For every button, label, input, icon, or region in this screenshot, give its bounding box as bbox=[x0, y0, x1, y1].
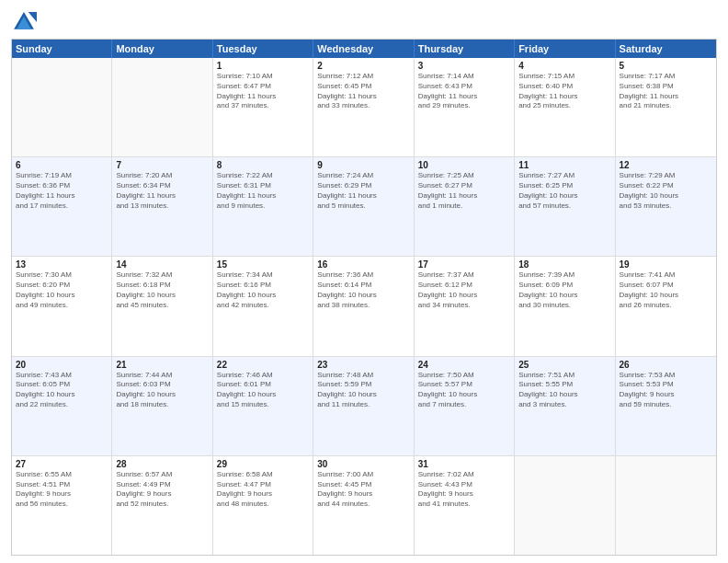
day-number-10: 10 bbox=[418, 160, 510, 170]
calendar-day-18: 18Sunrise: 7:39 AMSunset: 6:09 PMDayligh… bbox=[515, 257, 615, 355]
calendar-day-12: 12Sunrise: 7:29 AMSunset: 6:22 PMDayligh… bbox=[616, 157, 716, 256]
calendar-day-8: 8Sunrise: 7:22 AMSunset: 6:31 PMDaylight… bbox=[213, 157, 313, 256]
cell-info-line: and 25 minutes. bbox=[518, 101, 610, 111]
calendar-day-5: 5Sunrise: 7:17 AMSunset: 6:38 PMDaylight… bbox=[616, 58, 716, 156]
page: SundayMondayTuesdayWednesdayThursdayFrid… bbox=[0, 0, 728, 563]
cell-info-line: and 53 minutes. bbox=[620, 201, 712, 212]
day-number-18: 18 bbox=[518, 259, 610, 270]
cell-info-line: Sunrise: 7:43 AM bbox=[16, 371, 108, 381]
weekday-header-friday: Friday bbox=[515, 40, 615, 58]
cell-info-line: Sunrise: 7:44 AM bbox=[116, 371, 208, 381]
cell-info-line: and 21 minutes. bbox=[620, 101, 712, 111]
day-number-25: 25 bbox=[518, 360, 610, 370]
cell-info-line: and 34 minutes. bbox=[418, 301, 510, 311]
calendar-day-13: 13Sunrise: 7:30 AMSunset: 6:20 PMDayligh… bbox=[12, 257, 112, 355]
cell-info-line: Daylight: 10 hours bbox=[620, 191, 712, 201]
cell-info-line: Sunset: 6:05 PM bbox=[16, 380, 108, 390]
cell-info-line: Sunset: 6:36 PM bbox=[16, 181, 108, 191]
cell-info-line: Sunrise: 7:20 AM bbox=[116, 171, 208, 181]
cell-info-line: Daylight: 9 hours bbox=[418, 489, 510, 500]
cell-info-line: Sunrise: 7:48 AM bbox=[317, 371, 409, 381]
cell-info-line: Daylight: 10 hours bbox=[116, 291, 208, 301]
cell-info-line: Daylight: 10 hours bbox=[518, 291, 610, 301]
cell-info-line: Sunrise: 6:55 AM bbox=[16, 470, 108, 480]
cell-info-line: Sunrise: 7:22 AM bbox=[217, 171, 309, 181]
day-number-9: 9 bbox=[317, 160, 409, 170]
day-number-13: 13 bbox=[16, 259, 108, 270]
day-number-24: 24 bbox=[418, 360, 510, 370]
calendar-row-5: 27Sunrise: 6:55 AMSunset: 4:51 PMDayligh… bbox=[12, 455, 716, 555]
cell-info-line: Sunrise: 7:30 AM bbox=[16, 270, 108, 281]
cell-info-line: and 17 minutes. bbox=[16, 201, 108, 212]
calendar-empty-cell bbox=[616, 456, 716, 555]
weekday-header-thursday: Thursday bbox=[415, 40, 515, 58]
day-number-23: 23 bbox=[317, 360, 409, 370]
calendar-day-11: 11Sunrise: 7:27 AMSunset: 6:25 PMDayligh… bbox=[515, 157, 615, 256]
cell-info-line: Daylight: 11 hours bbox=[620, 92, 712, 102]
cell-info-line: Sunrise: 6:57 AM bbox=[116, 470, 208, 480]
cell-info-line: Sunset: 6:25 PM bbox=[518, 181, 610, 191]
cell-info-line: and 29 minutes. bbox=[418, 101, 510, 111]
cell-info-line: Sunrise: 7:10 AM bbox=[217, 72, 309, 82]
calendar-row-2: 6Sunrise: 7:19 AMSunset: 6:36 PMDaylight… bbox=[12, 156, 716, 256]
cell-info-line: Sunrise: 7:12 AM bbox=[317, 72, 409, 82]
cell-info-line: Sunset: 5:57 PM bbox=[418, 380, 510, 390]
calendar-empty-cell bbox=[12, 58, 112, 156]
calendar-day-16: 16Sunrise: 7:36 AMSunset: 6:14 PMDayligh… bbox=[313, 257, 414, 355]
calendar-body: 1Sunrise: 7:10 AMSunset: 6:47 PMDaylight… bbox=[12, 58, 716, 555]
day-number-11: 11 bbox=[518, 160, 610, 170]
calendar-day-7: 7Sunrise: 7:20 AMSunset: 6:34 PMDaylight… bbox=[112, 157, 212, 256]
cell-info-line: Sunset: 5:53 PM bbox=[620, 380, 712, 390]
cell-info-line: Daylight: 10 hours bbox=[217, 291, 309, 301]
cell-info-line: Sunset: 5:55 PM bbox=[518, 380, 610, 390]
day-number-31: 31 bbox=[418, 459, 510, 469]
cell-info-line: Sunrise: 7:02 AM bbox=[418, 470, 510, 480]
calendar-empty-cell bbox=[515, 456, 615, 555]
weekday-header-saturday: Saturday bbox=[616, 40, 716, 58]
cell-info-line: Daylight: 11 hours bbox=[418, 191, 510, 201]
cell-info-line: Sunset: 4:47 PM bbox=[217, 480, 309, 490]
cell-info-line: and 44 minutes. bbox=[317, 500, 409, 510]
day-number-1: 1 bbox=[217, 61, 309, 71]
cell-info-line: Sunset: 6:12 PM bbox=[418, 281, 510, 291]
cell-info-line: Sunset: 6:45 PM bbox=[317, 82, 409, 92]
cell-info-line: and 11 minutes. bbox=[317, 400, 409, 410]
cell-info-line: and 9 minutes. bbox=[217, 201, 309, 212]
cell-info-line: Sunrise: 7:29 AM bbox=[620, 171, 712, 181]
cell-info-line: Sunset: 6:31 PM bbox=[217, 181, 309, 191]
cell-info-line: and 37 minutes. bbox=[217, 101, 309, 111]
calendar-header: SundayMondayTuesdayWednesdayThursdayFrid… bbox=[12, 40, 716, 58]
calendar-day-30: 30Sunrise: 7:00 AMSunset: 4:45 PMDayligh… bbox=[313, 456, 414, 555]
cell-info-line: and 13 minutes. bbox=[116, 201, 208, 212]
cell-info-line: and 41 minutes. bbox=[418, 500, 510, 510]
calendar-day-1: 1Sunrise: 7:10 AMSunset: 6:47 PMDaylight… bbox=[213, 58, 313, 156]
cell-info-line: Daylight: 11 hours bbox=[518, 92, 610, 102]
calendar-day-4: 4Sunrise: 7:15 AMSunset: 6:40 PMDaylight… bbox=[515, 58, 615, 156]
day-number-8: 8 bbox=[217, 160, 309, 170]
day-number-20: 20 bbox=[16, 360, 108, 370]
calendar-day-26: 26Sunrise: 7:53 AMSunset: 5:53 PMDayligh… bbox=[616, 357, 716, 455]
cell-info-line: Daylight: 10 hours bbox=[217, 390, 309, 400]
calendar: SundayMondayTuesdayWednesdayThursdayFrid… bbox=[11, 39, 717, 556]
cell-info-line: Daylight: 9 hours bbox=[217, 489, 309, 500]
cell-info-line: and 42 minutes. bbox=[217, 301, 309, 311]
cell-info-line: Sunrise: 7:32 AM bbox=[116, 270, 208, 281]
cell-info-line: Sunrise: 7:27 AM bbox=[518, 171, 610, 181]
cell-info-line: Sunset: 6:38 PM bbox=[620, 82, 712, 92]
cell-info-line: Sunset: 6:20 PM bbox=[16, 281, 108, 291]
cell-info-line: Sunrise: 7:50 AM bbox=[418, 371, 510, 381]
calendar-row-4: 20Sunrise: 7:43 AMSunset: 6:05 PMDayligh… bbox=[12, 356, 716, 455]
calendar-row-3: 13Sunrise: 7:30 AMSunset: 6:20 PMDayligh… bbox=[12, 256, 716, 355]
cell-info-line: Sunset: 4:45 PM bbox=[317, 480, 409, 490]
calendar-day-9: 9Sunrise: 7:24 AMSunset: 6:29 PMDaylight… bbox=[313, 157, 414, 256]
cell-info-line: and 30 minutes. bbox=[518, 301, 610, 311]
cell-info-line: and 49 minutes. bbox=[16, 301, 108, 311]
cell-info-line: Sunrise: 7:36 AM bbox=[317, 270, 409, 281]
cell-info-line: Daylight: 10 hours bbox=[518, 191, 610, 201]
cell-info-line: Sunset: 6:22 PM bbox=[620, 181, 712, 191]
cell-info-line: Daylight: 11 hours bbox=[16, 191, 108, 201]
calendar-day-15: 15Sunrise: 7:34 AMSunset: 6:16 PMDayligh… bbox=[213, 257, 313, 355]
cell-info-line: and 48 minutes. bbox=[217, 500, 309, 510]
cell-info-line: Daylight: 11 hours bbox=[418, 92, 510, 102]
cell-info-line: Daylight: 11 hours bbox=[317, 92, 409, 102]
